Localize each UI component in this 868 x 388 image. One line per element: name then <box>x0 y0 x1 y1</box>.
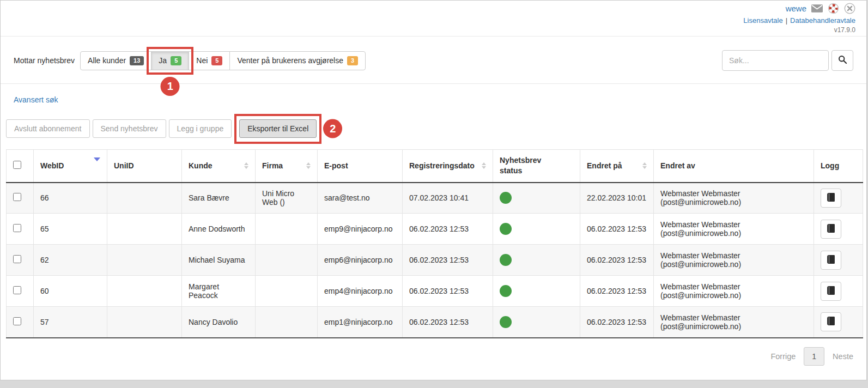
cell-uniid <box>107 183 182 214</box>
column-header[interactable]: Kunde <box>182 150 256 183</box>
cell-registreringsdato: 06.02.2023 12:53 <box>403 276 493 307</box>
sort-both-icon <box>642 162 647 169</box>
book-icon <box>827 193 835 203</box>
cell-endret-av: Webmaster Webmaster (post@unimicroweb.no… <box>654 245 814 276</box>
column-header-label: Registreringsdato <box>409 161 475 170</box>
action-button[interactable]: Send nyhetsbrev 2 <box>93 119 166 138</box>
search-input[interactable] <box>722 50 829 71</box>
data-processor-agreement-link[interactable]: Databehandleravtale <box>790 16 855 25</box>
column-header[interactable]: Endret av <box>654 150 814 183</box>
action-button[interactable]: Avslutt abonnement 2 <box>6 119 90 138</box>
pagination-next[interactable]: Neste <box>833 352 853 361</box>
cell-endret-av: Webmaster Webmaster (post@unimicroweb.no… <box>654 183 814 214</box>
filter-tab-label: Venter på brukerens avgjørelse <box>237 56 343 65</box>
filter-label: Mottar nyhetsbrev <box>14 56 75 65</box>
sort-both-icon <box>244 162 248 169</box>
cell-nyhetsbrev-status <box>493 276 580 307</box>
column-header-label: Firma <box>262 161 283 170</box>
table-header-row: WebID UniID Kunde <box>7 150 863 183</box>
book-icon <box>827 317 835 327</box>
actions-toolbar: Avslutt abonnement 2 Send nyhetsbrev 2 L… <box>6 119 866 138</box>
select-all-header <box>7 150 34 183</box>
cell-webid: 65 <box>34 214 107 245</box>
filter-tab-label: Nei <box>196 56 208 65</box>
table-row: 65 Anne Dodsworth emp9@ninjacorp.no 06.0… <box>7 214 863 245</box>
logg-button[interactable] <box>821 189 841 208</box>
logg-button[interactable] <box>821 312 841 331</box>
status-green-dot <box>500 254 512 266</box>
cell-webid: 66 <box>34 183 107 214</box>
filter-tab-label: Ja <box>159 56 167 65</box>
action-button-label: Avslutt abonnement <box>14 124 82 133</box>
column-header-label: Logg <box>821 161 839 170</box>
logg-button[interactable] <box>821 220 841 239</box>
column-header[interactable]: Nyhetsbrev status <box>493 150 580 183</box>
column-header[interactable]: WebID <box>34 150 107 183</box>
action-button-label: Legg i gruppe <box>177 124 224 133</box>
filter-tab[interactable]: Alle kunder 13 1 <box>80 51 151 70</box>
cell-firma <box>256 245 318 276</box>
select-all-checkbox[interactable] <box>13 161 21 169</box>
top-header: wewe Lisensavtale | Databehand <box>1 1 866 37</box>
cell-endret-av: Webmaster Webmaster (post@unimicroweb.no… <box>654 307 814 338</box>
column-header[interactable]: UniID <box>107 150 182 183</box>
life-ring-icon[interactable] <box>828 3 839 14</box>
status-green-dot <box>500 192 512 204</box>
cell-endret-av: Webmaster Webmaster (post@unimicroweb.no… <box>654 214 814 245</box>
column-header[interactable]: Logg <box>814 150 863 183</box>
logg-button[interactable] <box>821 282 841 301</box>
sort-both-icon <box>482 162 486 169</box>
annotation-circle-step2: 2 <box>323 119 342 138</box>
link-separator: | <box>786 16 787 25</box>
status-green-dot <box>500 223 512 235</box>
license-agreement-link[interactable]: Lisensavtale <box>743 16 782 25</box>
cell-nyhetsbrev-status <box>493 183 580 214</box>
search-button[interactable] <box>831 50 853 71</box>
advanced-search-link[interactable]: Avansert søk <box>14 95 58 104</box>
cell-nyhetsbrev-status <box>493 214 580 245</box>
cell-kunde: Michael Suyama <box>182 245 256 276</box>
action-button[interactable]: Legg i gruppe 2 <box>169 119 232 138</box>
column-header[interactable]: Firma <box>256 150 318 183</box>
sort-icon <box>244 162 248 169</box>
table-body: 66 Sara Bævre Uni Micro Web () sara@test… <box>7 183 863 338</box>
user-menu-link[interactable]: wewe <box>786 4 806 13</box>
column-header[interactable]: E-post <box>318 150 403 183</box>
pagination-previous[interactable]: Forrige <box>770 352 796 361</box>
row-checkbox[interactable] <box>13 317 21 325</box>
search-icon <box>838 55 847 66</box>
filter-tab[interactable]: Ja 5 1 <box>151 51 189 70</box>
pagination: Forrige 1 Neste <box>1 338 866 366</box>
cell-epost: emp9@ninjacorp.no <box>318 214 403 245</box>
column-header-label: WebID <box>40 161 64 170</box>
filter-tab[interactable]: Nei 5 1 <box>189 51 230 70</box>
column-header-label: Endret på <box>587 161 622 170</box>
cell-endret-pa: 06.02.2023 12:53 <box>580 276 654 307</box>
cell-kunde: Nancy Davolio <box>182 307 256 338</box>
column-header[interactable]: Registreringsdato <box>403 150 493 183</box>
sort-icon <box>306 162 311 169</box>
row-checkbox[interactable] <box>13 224 21 232</box>
row-checkbox[interactable] <box>13 255 21 263</box>
pagination-page-1[interactable]: 1 <box>804 347 824 366</box>
cell-nyhetsbrev-status <box>493 307 580 338</box>
row-checkbox[interactable] <box>13 286 21 294</box>
sort-both-icon <box>306 162 311 169</box>
cell-registreringsdato: 07.02.2023 10:41 <box>403 183 493 214</box>
envelope-icon[interactable] <box>811 4 823 13</box>
action-button[interactable]: Eksporter til Excel 2 <box>239 119 317 138</box>
sort-icon <box>94 161 100 170</box>
cell-registreringsdato: 06.02.2023 12:53 <box>403 214 493 245</box>
filter-tab[interactable]: Venter på brukerens avgjørelse 3 1 <box>229 51 366 70</box>
filter-tab-count-badge: 5 <box>171 56 181 65</box>
filter-bar: Mottar nyhetsbrev Alle kunder 13 1 Ja 5 … <box>1 37 866 84</box>
cell-epost: emp6@ninjacorp.no <box>318 245 403 276</box>
column-header[interactable]: Endret på <box>580 150 654 183</box>
cell-epost: emp4@ninjacorp.no <box>318 276 403 307</box>
cell-webid: 60 <box>34 276 107 307</box>
cell-endret-pa: 06.02.2023 12:53 <box>580 214 654 245</box>
logg-button[interactable] <box>821 251 841 270</box>
row-checkbox[interactable] <box>13 193 21 201</box>
cell-uniid <box>107 276 182 307</box>
close-icon[interactable] <box>844 3 855 14</box>
